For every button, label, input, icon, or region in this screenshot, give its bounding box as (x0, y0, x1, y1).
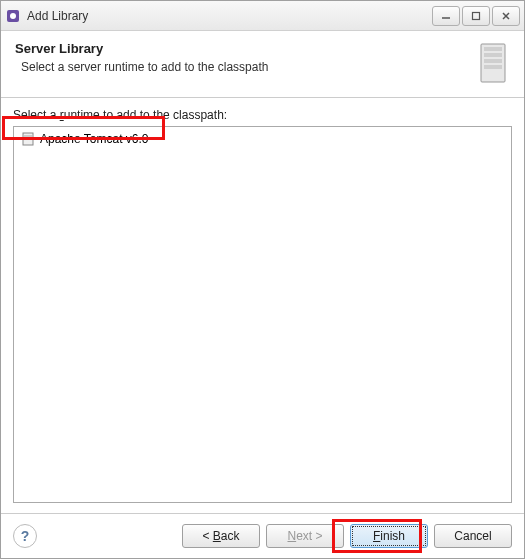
minimize-button[interactable] (432, 6, 460, 26)
next-button: Next > (266, 524, 344, 548)
content-area: Select a runtime to add to the classpath… (1, 98, 524, 513)
svg-rect-8 (484, 53, 502, 57)
button-bar: ? < Back Next > Finish Cancel (1, 513, 524, 558)
header-panel: Server Library Select a server runtime t… (1, 31, 524, 98)
help-button[interactable]: ? (13, 524, 37, 548)
runtime-list[interactable]: Apache Tomcat v6.0 (13, 126, 512, 503)
dialog-window: Add Library Server Library Select a serv… (0, 0, 525, 559)
titlebar: Add Library (1, 1, 524, 31)
svg-rect-7 (484, 47, 502, 51)
maximize-button[interactable] (462, 6, 490, 26)
svg-rect-9 (484, 59, 502, 63)
svg-rect-10 (484, 65, 502, 69)
svg-rect-3 (473, 12, 480, 19)
svg-point-1 (10, 13, 16, 19)
list-item-label: Apache Tomcat v6.0 (40, 132, 149, 146)
page-title: Server Library (15, 41, 466, 56)
cancel-button[interactable]: Cancel (434, 524, 512, 548)
back-button[interactable]: < Back (182, 524, 260, 548)
window-title: Add Library (27, 9, 432, 23)
list-item[interactable]: Apache Tomcat v6.0 (16, 129, 509, 149)
app-icon (5, 8, 21, 24)
server-item-icon (20, 131, 36, 147)
server-icon (476, 41, 510, 85)
page-subtitle: Select a server runtime to add to the cl… (21, 60, 466, 74)
close-button[interactable] (492, 6, 520, 26)
finish-button[interactable]: Finish (350, 524, 428, 548)
runtime-list-label: Select a runtime to add to the classpath… (13, 108, 512, 122)
window-controls (432, 6, 520, 26)
